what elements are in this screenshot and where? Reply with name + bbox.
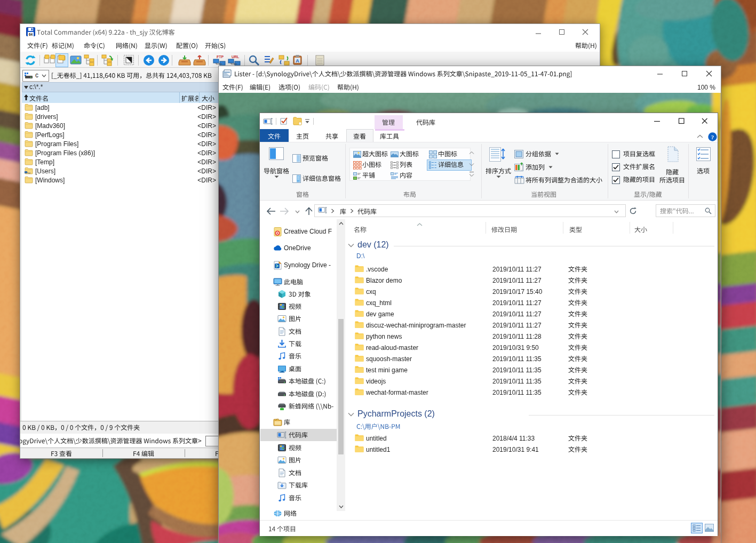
svg-text:?: ? [711,134,714,140]
svg-text:A: A [296,58,299,63]
svg-text:URL: URL [232,55,240,59]
svg-text:64: 64 [29,33,33,36]
svg-text:FTP: FTP [217,55,224,59]
